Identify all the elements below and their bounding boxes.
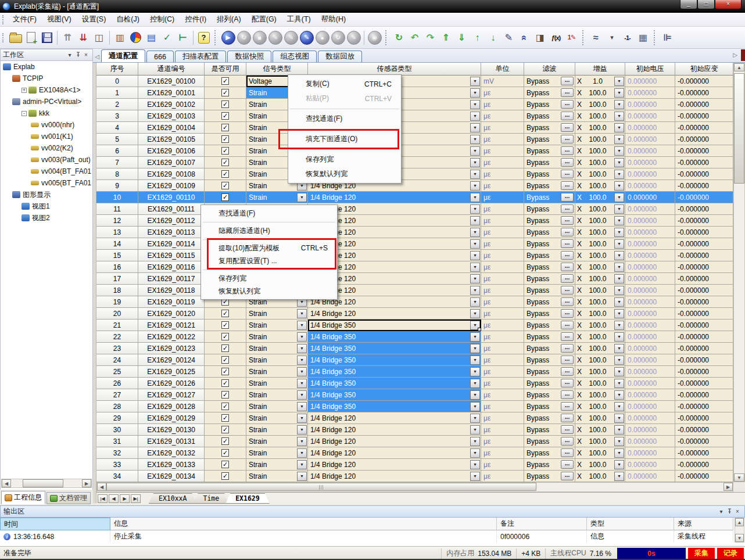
column-header-2[interactable]: 是否可用 bbox=[205, 63, 246, 76]
filter-browse-button[interactable]: ... bbox=[561, 239, 574, 248]
snapshot-icon[interactable]: ◉ bbox=[367, 30, 382, 45]
table-row[interactable]: 15EX1629_00115✓Strain▼1/4 Bridge 120▼μεB… bbox=[96, 250, 733, 261]
cell-filter[interactable]: Bypass... bbox=[524, 331, 575, 343]
dropdown-arrow-icon[interactable]: ▼ bbox=[614, 146, 624, 156]
cell-filter[interactable]: Bypass... bbox=[524, 122, 575, 134]
cell-sensor-type[interactable]: 1/4 Bridge 350▼ bbox=[308, 320, 481, 331]
cell-filter[interactable]: Bypass... bbox=[524, 447, 575, 459]
cell-gain[interactable]: X100.0▼ bbox=[575, 354, 625, 366]
table-row[interactable]: 24EX1629_00124✓Strain▼1/4 Bridge 350▼μεB… bbox=[96, 354, 733, 366]
doc-tab-1[interactable]: 666 bbox=[146, 51, 174, 62]
cell-gain[interactable]: X100.0▼ bbox=[575, 401, 625, 412]
checkbox-checked-icon[interactable]: ✓ bbox=[221, 89, 229, 96]
dropdown-arrow-icon[interactable]: ▼ bbox=[614, 181, 624, 191]
table-row[interactable]: 6EX1629_00106✓Strain▼1/4 Bridge 120▼μεBy… bbox=[96, 145, 733, 157]
cell-gain[interactable]: X100.0▼ bbox=[575, 227, 625, 238]
import-table-icon[interactable]: ↑ bbox=[470, 30, 485, 45]
checkbox-checked-icon[interactable]: ✓ bbox=[221, 170, 229, 178]
start-acquisition-icon[interactable]: ▶ bbox=[220, 30, 236, 45]
table-row[interactable]: 34EX1629_00134✓Strain▼1/4 Bridge 120▼μεB… bbox=[96, 471, 733, 482]
cell-filter[interactable]: Bypass... bbox=[524, 389, 575, 401]
cell-sensor-type[interactable]: 1/4 Bridge 120▼ bbox=[308, 459, 481, 471]
checkbox-checked-icon[interactable]: ✓ bbox=[221, 461, 229, 468]
filter-browse-button[interactable]: ... bbox=[561, 193, 574, 202]
dropdown-arrow-icon[interactable]: ▼ bbox=[470, 472, 480, 481]
wave-filter-icon[interactable]: ≈ bbox=[588, 30, 604, 45]
fill-handle[interactable] bbox=[478, 328, 481, 331]
menu-item-5[interactable]: 控件(I) bbox=[180, 13, 212, 26]
output-vscrollbar[interactable]: ▲ ▼ bbox=[735, 518, 744, 543]
checkbox-checked-icon[interactable]: ✓ bbox=[221, 414, 229, 422]
table-row[interactable]: 18EX1629_00118✓Strain▼1/4 Bridge 120▼μεB… bbox=[96, 285, 733, 296]
filter-browse-button[interactable]: ... bbox=[561, 286, 574, 295]
checkbox-checked-icon[interactable]: ✓ bbox=[221, 449, 229, 457]
cell-filter[interactable]: Bypass... bbox=[524, 401, 575, 412]
dropdown-arrow-icon[interactable]: ▼ bbox=[614, 356, 624, 365]
dropdown-arrow-icon[interactable]: ▼ bbox=[297, 460, 307, 469]
dropdown-arrow-icon[interactable]: ▼ bbox=[297, 321, 307, 330]
table-row[interactable]: 4EX1629_00104✓Strain▼1/4 Bridge 120▼μεBy… bbox=[96, 122, 733, 134]
dropdown-arrow-icon[interactable]: ▼ bbox=[470, 356, 480, 365]
panel-layout-icon[interactable]: ⊫ bbox=[660, 30, 675, 45]
cell-enabled[interactable]: ✓ bbox=[205, 436, 246, 447]
dropdown-arrow-icon[interactable]: ▼ bbox=[614, 367, 624, 376]
formula-icon[interactable]: ƒ(x) bbox=[548, 30, 564, 45]
cell-gain[interactable]: X100.0▼ bbox=[575, 145, 625, 157]
checkbox-checked-icon[interactable]: ✓ bbox=[221, 159, 229, 166]
cell-gain[interactable]: X100.0▼ bbox=[575, 192, 625, 203]
stop-icon[interactable]: ■ bbox=[252, 30, 267, 45]
dropdown-arrow-icon[interactable]: ▼ bbox=[297, 344, 307, 353]
checkbox-checked-icon[interactable]: ✓ bbox=[221, 426, 229, 433]
search-device-icon[interactable]: ◫ bbox=[91, 30, 107, 45]
tree-node-vv005-bt_fa01[interactable]: vv005(BT_FA01 bbox=[1, 177, 92, 189]
minus-one-icon[interactable]: -1- bbox=[619, 30, 635, 45]
dropdown-arrow-icon[interactable]: ▼ bbox=[470, 367, 480, 376]
filter-browse-button[interactable]: ... bbox=[561, 460, 574, 469]
checkbox-checked-icon[interactable]: ✓ bbox=[221, 147, 229, 155]
dropdown-arrow-icon[interactable]: ▼ bbox=[614, 286, 624, 295]
table-row[interactable]: 9EX1629_00109✓Strain▼1/4 Bridge 120▼μεBy… bbox=[96, 180, 733, 192]
dropdown-arrow-icon[interactable]: ▼ bbox=[470, 402, 480, 411]
cell-signal-type[interactable]: Strain▼ bbox=[246, 366, 308, 378]
dropdown-arrow-icon[interactable]: ▼ bbox=[614, 448, 624, 458]
cell-filter[interactable]: Bypass... bbox=[524, 192, 575, 203]
checkbox-checked-icon[interactable]: ✓ bbox=[221, 310, 229, 317]
scroll-thumb[interactable] bbox=[23, 479, 63, 487]
disconnect-device-icon[interactable]: ⇊ bbox=[76, 30, 91, 45]
cell-enabled[interactable]: ✓ bbox=[205, 459, 246, 471]
cell-enabled[interactable]: ✓ bbox=[205, 122, 246, 134]
doc-tab-2[interactable]: 扫描表配置 bbox=[175, 51, 227, 62]
dropdown-arrow-icon[interactable]: ▼ bbox=[614, 135, 624, 144]
table-row[interactable]: 21EX1629_00121✓Strain▼1/4 Bridge 350▼μεB… bbox=[96, 320, 733, 331]
checkbox-checked-icon[interactable]: ✓ bbox=[221, 100, 229, 108]
cell-filter[interactable]: Bypass... bbox=[524, 238, 575, 250]
table-row[interactable]: 22EX1629_00122✓Strain▼1/4 Bridge 350▼μεB… bbox=[96, 331, 733, 343]
scroll-right-icon[interactable]: ▶ bbox=[82, 479, 91, 487]
output-column-1[interactable]: 信息 bbox=[110, 518, 497, 530]
filter-browse-button[interactable]: ... bbox=[561, 170, 574, 178]
column-header-4[interactable]: 传感器类型 bbox=[308, 63, 481, 76]
menu-item-1[interactable]: 粘贴(P)CTRL+V bbox=[288, 91, 401, 106]
output-column-4[interactable]: 来源 bbox=[674, 518, 733, 530]
cell-enabled[interactable]: ✓ bbox=[205, 366, 246, 378]
cell-filter[interactable]: Bypass... bbox=[524, 134, 575, 145]
cell-gain[interactable]: X100.0▼ bbox=[575, 261, 625, 273]
move-bottom-icon[interactable]: ⇓ bbox=[454, 30, 470, 45]
output-column-3[interactable]: 类型 bbox=[587, 518, 674, 530]
refresh-icon[interactable]: ↻ bbox=[391, 30, 407, 45]
table-hscrollbar[interactable]: ◀ ▶ bbox=[96, 482, 733, 492]
dropdown-arrow-icon[interactable]: ▼ bbox=[614, 158, 624, 167]
cell-gain[interactable]: X100.0▼ bbox=[575, 447, 625, 459]
filter-browse-button[interactable]: ... bbox=[561, 204, 574, 213]
dropdown-arrow-icon[interactable]: ▼ bbox=[614, 263, 624, 272]
cell-filter[interactable]: Bypass... bbox=[524, 343, 575, 354]
workspace-tab-doc[interactable]: 文档管理 bbox=[46, 492, 91, 504]
checkbox-checked-icon[interactable]: ✓ bbox=[221, 124, 229, 131]
filter-browse-button[interactable]: ... bbox=[561, 263, 574, 271]
dropdown-arrow-icon[interactable]: ▼ bbox=[470, 123, 480, 132]
open-project-icon[interactable] bbox=[8, 30, 23, 45]
cell-filter[interactable]: Bypass... bbox=[524, 261, 575, 273]
dropdown-arrow-icon[interactable]: ▼ bbox=[470, 332, 480, 342]
cell-gain[interactable]: X100.0▼ bbox=[575, 157, 625, 168]
cell-gain[interactable]: X100.0▼ bbox=[575, 459, 625, 471]
